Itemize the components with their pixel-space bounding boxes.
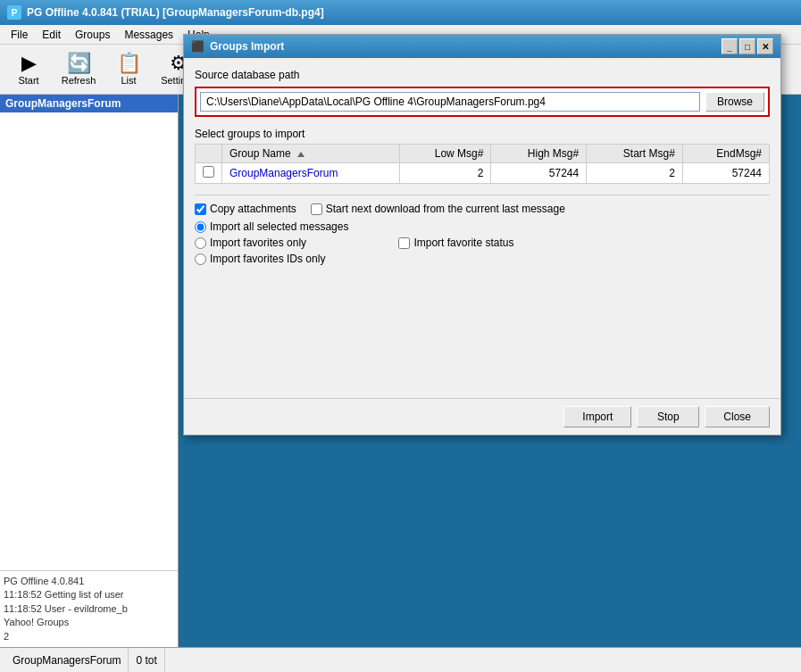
group-checkbox[interactable] [203, 166, 214, 178]
source-path-input[interactable] [200, 92, 700, 112]
start-next-checkbox[interactable] [311, 203, 322, 215]
row-low-msg: 2 [399, 163, 491, 184]
options-row-1: Copy attachments Start next download fro… [195, 203, 770, 215]
minimize-button[interactable]: _ [722, 38, 738, 54]
groups-table-wrapper: Group Name Low Msg# High Msg# Start Msg#… [195, 144, 770, 184]
select-groups-label: Select groups to import [195, 128, 770, 140]
import-radio-group: Import all selected messages Import favo… [195, 220, 348, 265]
modal-body: Source database path Browse Select group… [184, 58, 780, 398]
path-row: Browse [195, 87, 770, 117]
options-row-2: Import all selected messages Import favo… [195, 220, 770, 265]
import-favorites-label[interactable]: Import favorites only [195, 236, 348, 249]
row-checkbox-cell[interactable] [196, 163, 222, 184]
modal-title-bar: ⬛ Groups Import _ □ ✕ [184, 35, 780, 58]
modal-title-left: ⬛ Groups Import [191, 40, 284, 53]
close-dialog-button[interactable]: Close [705, 406, 770, 427]
status-group: GroupManagersForum [5, 648, 129, 672]
group-name-link[interactable]: GroupManagersForum [229, 167, 338, 179]
modal-title: Groups Import [210, 40, 284, 53]
title-bar: P PG Offline 4.0.841 (TRIAL) [GroupManag… [0, 0, 801, 25]
browse-button[interactable]: Browse [705, 92, 764, 112]
import-favorite-status-checkbox[interactable] [398, 237, 410, 249]
copy-attachments-label[interactable]: Copy attachments [195, 203, 296, 215]
row-start-msg: 2 [587, 163, 683, 184]
modal-controls: _ □ ✕ [722, 38, 773, 54]
import-ids-label[interactable]: Import favorites IDs only [195, 253, 348, 265]
import-all-label[interactable]: Import all selected messages [195, 220, 348, 233]
modal-overlay: ⬛ Groups Import _ □ ✕ Source database pa… [0, 25, 801, 647]
source-label: Source database path [195, 69, 770, 81]
options-area: Copy attachments Start next download fro… [195, 195, 770, 278]
col-start-msg: Start Msg# [587, 145, 683, 163]
main-area: GroupManagersForum PG Offline 4.0.841 11… [0, 95, 801, 647]
import-button[interactable]: Import [563, 406, 631, 427]
table-row: GroupManagersForum 2 57244 2 57244 [196, 163, 770, 184]
window-title: PG Offline 4.0.841 (TRIAL) [GroupManager… [27, 6, 324, 19]
close-window-button[interactable]: ✕ [757, 38, 773, 54]
import-favorite-status-label[interactable]: Import favorite status [398, 236, 513, 249]
col-end-msg: EndMsg# [682, 145, 769, 163]
maximize-button[interactable]: □ [739, 38, 755, 54]
app-icon: P [7, 5, 21, 20]
modal-icon: ⬛ [191, 40, 204, 53]
row-end-msg: 57244 [682, 163, 769, 184]
col-low-msg: Low Msg# [399, 145, 491, 163]
col-high-msg: High Msg# [491, 145, 587, 163]
favorite-status-area: Import favorite status [398, 236, 513, 249]
groups-import-dialog: ⬛ Groups Import _ □ ✕ Source database pa… [183, 34, 781, 436]
import-ids-radio[interactable] [195, 253, 206, 265]
modal-footer: Import Stop Close [184, 398, 780, 435]
status-bar: GroupManagersForum 0 tot [0, 647, 801, 672]
col-group-name[interactable]: Group Name [222, 145, 400, 163]
start-next-label[interactable]: Start next download from the current las… [311, 203, 565, 215]
row-group-name: GroupManagersForum [222, 163, 400, 184]
col-checkbox [196, 145, 222, 163]
status-count: 0 tot [129, 648, 164, 672]
row-high-msg: 57244 [491, 163, 587, 184]
import-favorites-radio[interactable] [195, 237, 206, 249]
copy-attachments-checkbox[interactable] [195, 203, 206, 215]
groups-table: Group Name Low Msg# High Msg# Start Msg#… [195, 144, 770, 184]
import-all-radio[interactable] [195, 221, 206, 233]
table-header-row: Group Name Low Msg# High Msg# Start Msg#… [196, 145, 770, 163]
stop-dialog-button[interactable]: Stop [637, 406, 699, 427]
sort-arrow-icon [297, 152, 305, 157]
